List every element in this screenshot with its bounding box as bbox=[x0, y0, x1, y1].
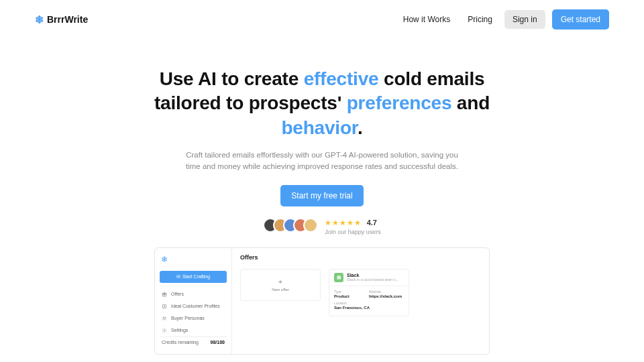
header-nav: How it Works Pricing Sign in Get started bbox=[398, 9, 609, 29]
start-crafting-button[interactable]: ✉ Start Crafting bbox=[160, 271, 227, 283]
snowflake-icon: ❄ bbox=[160, 255, 227, 264]
users-icon bbox=[162, 316, 167, 321]
start-trial-button[interactable]: Start my free trial bbox=[280, 185, 363, 206]
gear-icon bbox=[162, 328, 167, 333]
sidebar-item-offers[interactable]: Offers bbox=[160, 288, 227, 300]
badge-icon bbox=[162, 304, 167, 309]
sidebar-item-personas[interactable]: Buyer Personas bbox=[160, 312, 227, 324]
hero-headline: Use AI to create effective cold emails t… bbox=[134, 67, 510, 140]
location-value: San Francisco, CA bbox=[334, 306, 404, 310]
product-screenshot: ❄ ✉ Start Crafting Offers Ideal Customer… bbox=[154, 247, 490, 355]
offer-desc: Slack is a cloud-based team c... bbox=[347, 278, 399, 282]
svg-point-6 bbox=[164, 330, 165, 331]
envelope-icon: ✉ bbox=[176, 274, 180, 280]
offer-app-icon: ▦ bbox=[334, 273, 343, 282]
offer-card[interactable]: ▦ Slack Slack is a cloud-based team c...… bbox=[329, 269, 409, 316]
sidebar-item-settings[interactable]: Settings bbox=[160, 324, 227, 337]
logo: ❄ BrrrWrite bbox=[35, 13, 88, 26]
section-title: Offers bbox=[240, 254, 481, 261]
sidebar-item-icp[interactable]: Ideal Customer Profiles bbox=[160, 300, 227, 312]
new-offer-card[interactable]: + New offer bbox=[240, 269, 321, 301]
svg-point-3 bbox=[164, 305, 164, 306]
hero-subtitle: Craft tailored emails effortlessly with … bbox=[181, 149, 463, 173]
website-label: Website bbox=[369, 290, 404, 294]
credits-remaining: Credits remaining 98/100 bbox=[160, 337, 227, 347]
get-started-button[interactable]: Get started bbox=[552, 9, 609, 29]
rating-caption: Join our happy users bbox=[325, 229, 381, 235]
user-avatars bbox=[263, 218, 318, 233]
demo-main: Offers + New offer ▦ Slack Slack is a cl… bbox=[232, 248, 489, 354]
type-label: Type bbox=[334, 290, 369, 294]
gift-icon bbox=[162, 292, 167, 297]
signin-button[interactable]: Sign in bbox=[504, 10, 545, 29]
brand-name: BrrrWrite bbox=[47, 14, 88, 25]
nav-pricing[interactable]: Pricing bbox=[462, 11, 498, 28]
plus-icon: + bbox=[278, 278, 282, 286]
website-value: https://slack.com bbox=[369, 294, 404, 298]
rating-block: ★★★★★ 4.7 Join our happy users bbox=[13, 216, 631, 235]
snowflake-icon: ❄ bbox=[35, 13, 44, 26]
star-icon: ★★★★★ bbox=[325, 219, 362, 227]
nav-how-it-works[interactable]: How it Works bbox=[398, 11, 455, 28]
rating-score: 4.7 bbox=[367, 219, 377, 227]
svg-point-5 bbox=[165, 317, 166, 318]
avatar bbox=[303, 218, 318, 233]
offer-name: Slack bbox=[347, 273, 399, 278]
location-label: Location bbox=[334, 301, 404, 305]
demo-sidebar: ❄ ✉ Start Crafting Offers Ideal Customer… bbox=[155, 248, 232, 354]
type-value: Product bbox=[334, 294, 369, 298]
svg-point-4 bbox=[163, 316, 164, 318]
